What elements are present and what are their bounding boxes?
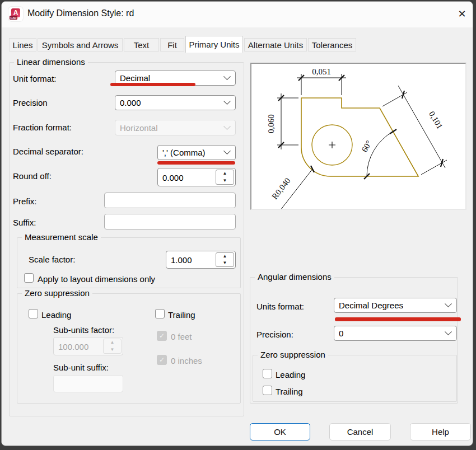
chevron-down-icon xyxy=(445,300,452,307)
scale-factor-spin-buttons: ▲ ▼ xyxy=(216,252,234,267)
angular-leading-label: Leading xyxy=(276,370,305,379)
tab-alternate-units[interactable]: Alternate Units xyxy=(244,38,307,51)
sub-units-factor-value: 100.000 xyxy=(58,341,88,351)
sub-unit-suffix-input xyxy=(53,375,123,392)
tab-symbols-and-arrows[interactable]: Symbols and Arrows xyxy=(38,38,123,51)
scale-factor-label: Scale factor: xyxy=(29,255,75,264)
chevron-down-icon xyxy=(223,97,231,105)
zero-feet-label: 0 feet xyxy=(171,332,192,341)
zero-inches-label: 0 inches xyxy=(171,356,202,365)
desktop-background: A CAD Modify Dimension Style: rd ✕ Lines… xyxy=(0,0,476,450)
spinner-down-icon: ▼ xyxy=(104,346,121,354)
linear-dimensions-group-label: Linear dimensions xyxy=(14,57,88,67)
autocad-app-icon: A CAD xyxy=(8,7,23,21)
fraction-format-label: Fraction format: xyxy=(13,123,72,132)
tab-lines[interactable]: Lines xyxy=(9,38,36,51)
round-off-spin-buttons: ▲ ▼ xyxy=(216,170,234,185)
suffix-input[interactable] xyxy=(104,214,236,229)
dialog-title: Modify Dimension Style: rd xyxy=(27,8,134,18)
spinner-up-icon[interactable]: ▲ xyxy=(216,253,234,260)
spinner-down-icon[interactable]: ▼ xyxy=(216,177,234,185)
trailing-checkbox[interactable] xyxy=(155,309,165,318)
angular-trailing-label: Trailing xyxy=(276,387,303,396)
tab-text[interactable]: Text xyxy=(124,38,159,51)
precision-value: 0.000 xyxy=(120,98,141,107)
sub-units-factor-spinner: 100.000 ▲ ▼ xyxy=(53,337,123,355)
precision-label: Precision xyxy=(13,98,48,107)
dim-text-diagonal: 0,101 xyxy=(427,110,445,130)
trailing-label: Trailing xyxy=(168,310,195,320)
angular-precision-label: Precision: xyxy=(256,330,293,339)
preview-drawing: 0,051 0,060 0,101 60° R0,040 xyxy=(251,64,465,209)
modify-dimension-style-dialog: A CAD Modify Dimension Style: rd ✕ Lines… xyxy=(1,1,473,446)
leading-checkbox[interactable] xyxy=(29,309,38,318)
sub-units-factor-label: Sub-units factor: xyxy=(53,325,114,335)
red-underline-annotation xyxy=(335,317,461,321)
zero-suppression-group-label: Zero suppression xyxy=(22,288,92,298)
measurement-scale-group-label: Measurement scale xyxy=(22,232,101,242)
decimal-separator-label: Decimal separator: xyxy=(13,147,83,156)
apply-layout-label: Apply to layout dimensions only xyxy=(38,274,155,284)
dim-text-radius: R0,040 xyxy=(270,176,292,201)
zero-inches-checkbox: ✓ xyxy=(157,355,167,365)
chevron-down-icon xyxy=(223,73,231,80)
angular-precision-value: 0 xyxy=(339,329,343,338)
sub-units-factor-spin-buttons: ▲ ▼ xyxy=(103,339,122,354)
angular-leading-checkbox[interactable] xyxy=(263,369,272,378)
decimal-separator-value: ',' (Comma) xyxy=(162,148,206,157)
center-mark xyxy=(329,142,335,148)
close-icon[interactable]: ✕ xyxy=(454,6,470,22)
chevron-down-icon xyxy=(445,328,452,335)
prefix-label: Prefix: xyxy=(13,196,37,206)
spinner-down-icon[interactable]: ▼ xyxy=(216,260,234,266)
decimal-separator-dropdown[interactable]: ',' (Comma) xyxy=(157,145,236,160)
dimension-style-preview: 0,051 0,060 0,101 60° R0,040 xyxy=(250,63,466,210)
dim-text-top: 0,051 xyxy=(312,67,331,76)
angular-zero-suppression-group-label: Zero suppression xyxy=(258,350,328,359)
check-icon: ✓ xyxy=(159,356,165,364)
chevron-down-icon xyxy=(223,147,231,154)
units-format-value: Decimal Degrees xyxy=(339,301,403,310)
leading-label: Leading xyxy=(41,310,71,320)
sub-unit-suffix-label: Sub-unit suffix: xyxy=(53,363,109,372)
red-underline-annotation xyxy=(110,83,195,86)
spinner-up-icon[interactable]: ▲ xyxy=(216,170,234,177)
units-format-label: Units format: xyxy=(256,302,304,311)
angular-dimensions-group-label: Angular dimensions xyxy=(255,272,334,282)
scale-factor-spinner[interactable]: 1.000 ▲ ▼ xyxy=(166,251,236,269)
angular-trailing-checkbox[interactable] xyxy=(263,386,272,395)
fraction-format-value: Horizontal xyxy=(120,123,158,133)
round-off-value: 0.000 xyxy=(162,172,184,182)
red-underline-annotation xyxy=(157,161,235,165)
scale-factor-value: 1.000 xyxy=(171,255,192,265)
dim-text-left: 0,060 xyxy=(267,114,276,133)
prefix-input[interactable] xyxy=(104,193,236,208)
ok-button[interactable]: OK xyxy=(250,423,310,440)
precision-dropdown[interactable]: 0.000 xyxy=(115,95,236,110)
cancel-button[interactable]: Cancel xyxy=(329,423,391,440)
apply-layout-checkbox[interactable] xyxy=(24,273,34,283)
unit-format-value: Decimal xyxy=(120,73,150,83)
tab-primary-units[interactable]: Primary Units xyxy=(185,36,243,53)
spinner-up-icon: ▲ xyxy=(104,339,121,346)
check-icon: ✓ xyxy=(159,332,165,340)
help-button[interactable]: Help xyxy=(410,423,471,440)
part-outline xyxy=(301,98,418,176)
zero-feet-checkbox: ✓ xyxy=(157,331,167,341)
angular-precision-dropdown[interactable]: 0 xyxy=(334,326,457,341)
autocad-cad-badge: CAD xyxy=(10,16,17,20)
tab-tolerances[interactable]: Tolerances xyxy=(308,38,356,51)
round-off-label: Round off: xyxy=(13,171,52,181)
fraction-format-dropdown: Horizontal xyxy=(115,120,236,135)
dim-text-angle: 60° xyxy=(360,139,373,153)
units-format-dropdown[interactable]: Decimal Degrees xyxy=(334,298,457,313)
chevron-down-icon xyxy=(223,123,231,130)
round-off-spinner[interactable]: 0.000 ▲ ▼ xyxy=(157,168,236,186)
suffix-label: Suffix: xyxy=(13,218,36,227)
titlebar[interactable]: A CAD Modify Dimension Style: rd ✕ xyxy=(2,2,473,27)
tab-fit[interactable]: Fit xyxy=(160,38,184,51)
unit-format-label: Unit format: xyxy=(13,74,57,83)
